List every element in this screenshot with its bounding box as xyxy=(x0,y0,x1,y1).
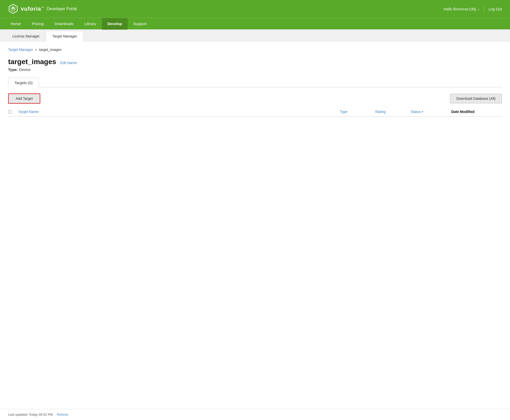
svg-marker-1 xyxy=(11,6,16,12)
user-menu[interactable]: Hello florencec130j ⌄ xyxy=(444,7,480,11)
page-title: target_images xyxy=(8,58,56,66)
breadcrumb-current: target_images xyxy=(39,48,62,52)
sub-nav-license-manager[interactable]: License Manager xyxy=(6,31,46,41)
sort-icon: ▾ xyxy=(422,110,423,113)
breadcrumb-separator: > xyxy=(35,48,37,52)
user-hello-text: Hello florencec130j xyxy=(444,7,476,11)
nav-item-library[interactable]: Library xyxy=(79,18,102,30)
toolbar: Add Target Download Database (All) xyxy=(8,93,502,104)
page-title-area: target_images Edit Name xyxy=(8,58,502,66)
breadcrumb: Target Manager > target_images xyxy=(8,48,502,52)
brand-name: vuforia™ xyxy=(21,6,44,12)
nav-divider xyxy=(484,6,484,11)
download-database-button[interactable]: Download Database (All) xyxy=(450,94,502,103)
th-checkbox xyxy=(8,110,18,114)
type-value: Device xyxy=(19,67,31,72)
targets-tabs: Targets (0) xyxy=(8,78,502,87)
table-header: Target Name Type Rating Status ▾ Date Mo… xyxy=(8,110,502,117)
nav-item-pricing[interactable]: Pricing xyxy=(26,18,49,30)
page-type: Type: Device xyxy=(8,67,502,72)
th-date-modified: Date Modified xyxy=(451,110,502,114)
edit-name-button[interactable]: Edit Name xyxy=(60,61,77,65)
user-area: Hello florencec130j ⌄ Log Out xyxy=(444,6,502,11)
nav-item-downloads[interactable]: Downloads xyxy=(49,18,79,30)
chevron-down-icon: ⌄ xyxy=(478,7,480,11)
sub-nav-target-manager[interactable]: Target Manager xyxy=(46,31,83,42)
th-target-name[interactable]: Target Name xyxy=(18,110,340,114)
breadcrumb-parent[interactable]: Target Manager xyxy=(8,48,33,52)
content-area: Target Manager > target_images target_im… xyxy=(0,42,510,225)
vuforia-logo-icon xyxy=(8,4,18,14)
sub-nav: License Manager Target Manager xyxy=(0,29,510,42)
th-type[interactable]: Type xyxy=(340,110,375,114)
add-target-button[interactable]: Add Target xyxy=(8,93,40,104)
nav-item-home[interactable]: Home xyxy=(5,18,26,30)
nav-item-support[interactable]: Support xyxy=(128,18,152,30)
targets-tab[interactable]: Targets (0) xyxy=(8,78,39,87)
th-rating[interactable]: Rating xyxy=(375,110,411,114)
brand-subtitle: Developer Portal xyxy=(47,7,77,11)
logout-button[interactable]: Log Out xyxy=(488,7,502,11)
table-body xyxy=(8,118,502,219)
type-label: Type: xyxy=(8,67,18,72)
main-nav: Home Pricing Downloads Library Develop S… xyxy=(0,18,510,29)
top-bar: vuforia™ Developer Portal Hello florence… xyxy=(0,0,510,18)
select-all-checkbox[interactable] xyxy=(8,110,11,113)
nav-item-develop[interactable]: Develop xyxy=(102,18,128,30)
th-status[interactable]: Status ▾ xyxy=(411,110,451,114)
logo-area: vuforia™ Developer Portal xyxy=(8,4,77,14)
